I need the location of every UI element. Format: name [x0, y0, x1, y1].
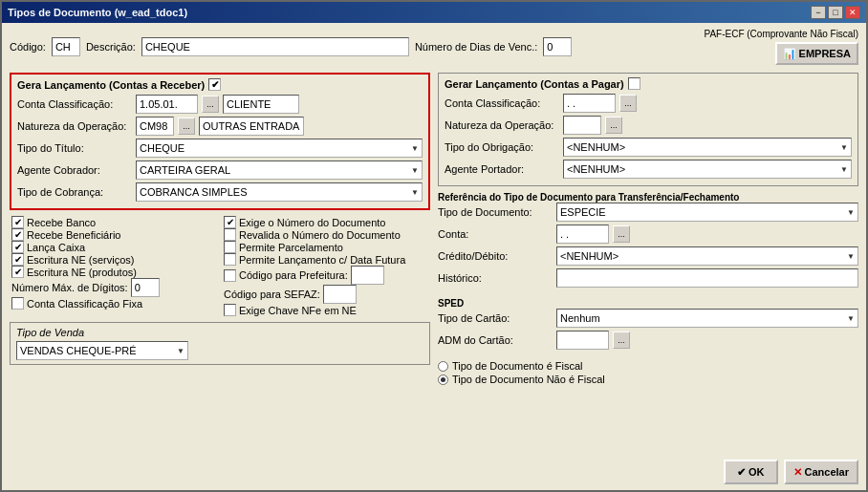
ref-conta-row: Conta: ... — [438, 225, 858, 244]
agente-cobrador-row: Agente Cobrador: CARTEIRA GERAL ▼ — [17, 160, 423, 180]
sped-tipo-cartao-row: Tipo de Cartão: Nenhum ▼ — [438, 309, 858, 328]
contas-receber-checkbox[interactable]: ✔ — [208, 78, 221, 91]
window-title: Tipos de Documento (w_ead_tdoc1) — [8, 7, 187, 18]
escritura-ne-produtos-check[interactable]: ✔ — [11, 266, 24, 278]
natureza-row: Natureza da Operação: ... — [17, 117, 423, 136]
lanca-caixa-check[interactable]: ✔ — [11, 241, 24, 253]
ref-cred-deb-row: Crédito/Débito: <NENHUM> ▼ — [438, 246, 858, 266]
sped-adm-cartao-search-btn[interactable]: ... — [613, 332, 630, 349]
permite-lancamento-item: Permite Lançamento c/ Data Futura — [224, 253, 428, 266]
exige-num-doc-check[interactable]: ✔ — [224, 216, 236, 228]
codigo-input[interactable] — [52, 37, 80, 56]
radio-nao-fiscal-dot — [441, 377, 445, 382]
revalida-num-doc-label: Revalida o Número do Documento — [239, 229, 401, 241]
sped-section: SPED Tipo de Cartão: Nenhum ▼ ADM do Car… — [438, 294, 858, 353]
tipo-obrigacao-combo[interactable]: <NENHUM> ▼ — [563, 138, 852, 157]
recebe-beneficiario-check[interactable]: ✔ — [11, 228, 24, 241]
contas-receber-title: Gera Lançamento (Contas a Receber) ✔ — [17, 78, 423, 91]
contas-pagar-checkbox[interactable] — [628, 77, 640, 90]
cancel-icon: ✕ — [793, 466, 802, 479]
radio-fiscal-label: Tipo de Documento é Fiscal — [452, 360, 583, 372]
window-controls: − □ ✕ — [811, 6, 860, 19]
agente-portador-row: Agente Portador: <NENHUM> ▼ — [445, 160, 852, 179]
maximize-button[interactable]: □ — [828, 6, 843, 19]
codigo-sefaz-label: Código para SEFAZ: — [224, 289, 320, 300]
agente-portador-label: Agente Portador: — [445, 163, 559, 175]
ref-conta-search-btn[interactable]: ... — [613, 225, 630, 243]
ref-conta-input[interactable] — [556, 225, 609, 244]
lanca-caixa-item: ✔ Lança Caixa — [11, 241, 216, 253]
radio-fiscal-item[interactable]: Tipo de Documento é Fiscal — [438, 360, 858, 372]
escritura-ne-servicos-item: ✔ Escritura NE (serviços) — [11, 253, 216, 266]
ref-tipo-doc-row: Tipo de Documento: ESPECIE ▼ — [438, 203, 858, 222]
lanca-caixa-label: Lança Caixa — [27, 242, 85, 253]
exige-chave-nfe-check[interactable] — [224, 304, 236, 316]
ref-cred-deb-combo[interactable]: <NENHUM> ▼ — [556, 246, 858, 266]
minimize-button[interactable]: − — [811, 6, 826, 19]
escritura-ne-servicos-label: Escritura NE (serviços) — [27, 254, 134, 266]
columns: Gera Lançamento (Contas a Receber) ✔ Con… — [10, 73, 858, 448]
natureza-name-input[interactable] — [199, 117, 304, 136]
natureza-code-input[interactable] — [136, 117, 174, 136]
tipo-venda-combo[interactable]: VENDAS CHEQUE-PRÉ ▼ — [16, 341, 188, 360]
fiscal-section: Tipo de Documento é Fiscal Tipo de Docum… — [438, 360, 858, 387]
paf-section: PAF-ECF (Comprovante Não Fiscal) 📊 EMPRE… — [704, 29, 858, 65]
pagar-conta-class-input[interactable] — [563, 94, 616, 113]
conta-class-name-input[interactable] — [223, 95, 299, 114]
sped-adm-cartao-label: ADM do Cartão: — [438, 334, 553, 346]
empresa-button[interactable]: 📊 EMPRESA — [775, 42, 858, 65]
agente-cobrador-combo[interactable]: CARTEIRA GERAL ▼ — [136, 160, 423, 180]
conta-class-fixa-label: Conta Classificação Fixa — [27, 298, 142, 310]
ref-tipo-doc-combo[interactable]: ESPECIE ▼ — [556, 203, 858, 222]
num-dias-input[interactable] — [543, 37, 572, 56]
recebe-beneficiario-item: ✔ Recebe Beneficiário — [11, 228, 216, 241]
tipo-titulo-combo[interactable]: CHEQUE ▼ — [136, 139, 423, 158]
sped-label: SPED — [438, 298, 858, 309]
num-max-digitos-input[interactable] — [131, 278, 160, 297]
escritura-ne-servicos-check[interactable]: ✔ — [11, 253, 24, 266]
ref-tipo-doc-label: Tipo de Documento: — [438, 206, 553, 218]
permite-parcelamento-check[interactable] — [224, 241, 236, 253]
codigo-sefaz-input[interactable] — [323, 285, 357, 304]
permite-lancamento-check[interactable] — [224, 253, 236, 266]
ref-historico-input[interactable] — [556, 268, 858, 288]
conta-class-search-btn[interactable]: ... — [202, 96, 219, 113]
conta-class-fixa-check[interactable] — [11, 297, 24, 310]
sped-tipo-cartao-combo[interactable]: Nenhum ▼ — [556, 309, 858, 328]
pagar-conta-search-btn[interactable]: ... — [619, 95, 637, 112]
contas-pagar-title: Gerar Lançamento (Contas a Pagar) — [445, 77, 852, 90]
radio-nao-fiscal-item[interactable]: Tipo de Documento Não é Fiscal — [438, 374, 858, 385]
agente-portador-combo[interactable]: <NENHUM> ▼ — [563, 160, 852, 179]
sped-adm-cartao-input[interactable] — [556, 331, 609, 350]
conta-class-row: Conta Classificação: ... — [17, 95, 423, 114]
top-row: Código: Descrição: Número de Dias de Ven… — [10, 29, 858, 65]
pagar-natureza-search-btn[interactable]: ... — [605, 117, 622, 134]
tipo-obrigacao-label: Tipo do Obrigação: — [445, 141, 559, 153]
conta-class-input[interactable] — [136, 95, 198, 114]
ok-button[interactable]: ✔ OK — [724, 460, 778, 484]
codigo-prefeitura-input[interactable] — [351, 266, 384, 285]
ref-tipo-doc-arrow: ▼ — [847, 208, 855, 217]
combo-arrow-icon: ▼ — [411, 144, 419, 153]
tipo-venda-arrow-icon: ▼ — [177, 347, 184, 355]
num-dias-label: Número de Dias de Venc.: — [415, 41, 537, 53]
agente-cobrador-label: Agente Cobrador: — [17, 164, 132, 176]
tipo-obrigacao-arrow: ▼ — [840, 143, 848, 152]
close-button[interactable]: ✕ — [845, 6, 860, 19]
natureza-search-btn[interactable]: ... — [178, 118, 195, 135]
paf-label: PAF-ECF (Comprovante Não Fiscal) — [704, 29, 858, 39]
ref-cred-deb-arrow: ▼ — [847, 252, 855, 261]
revalida-num-doc-check[interactable] — [224, 228, 236, 241]
contas-receber-group: Gera Lançamento (Contas a Receber) ✔ Con… — [10, 73, 430, 210]
pagar-conta-class-row: Conta Classificação: ... — [445, 94, 852, 113]
ref-historico-label: Histórico: — [438, 272, 553, 284]
revalida-num-doc-item: Revalida o Número do Documento — [224, 228, 428, 241]
tipo-cobranca-combo[interactable]: COBRANCA SIMPLES ▼ — [136, 182, 423, 202]
descricao-input[interactable] — [141, 37, 409, 56]
recebe-banco-check[interactable]: ✔ — [11, 216, 24, 228]
sped-tipo-cartao-label: Tipo de Cartão: — [438, 312, 553, 324]
pagar-natureza-input[interactable] — [563, 116, 601, 135]
codigo-sefaz-item: Código para SEFAZ: — [224, 285, 428, 304]
cancel-button[interactable]: ✕ Cancelar — [784, 460, 858, 484]
codigo-prefeitura-check[interactable] — [224, 269, 236, 282]
